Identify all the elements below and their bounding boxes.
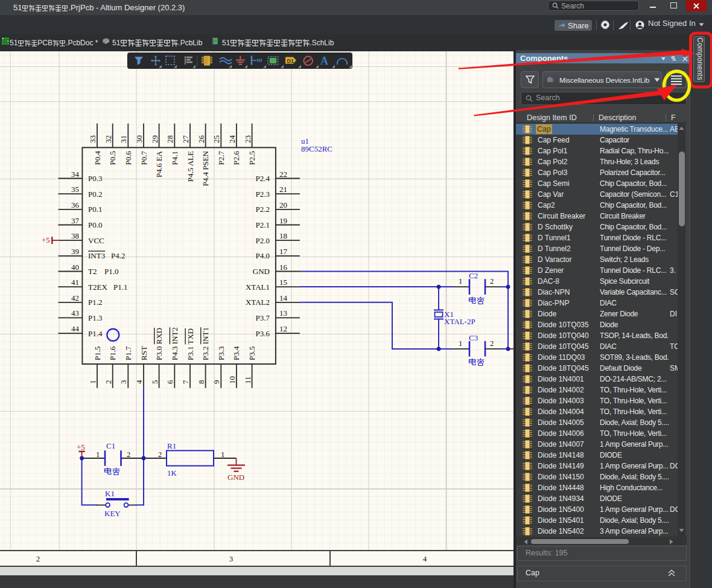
- svg-text:26: 26: [197, 135, 206, 144]
- svg-text:R1: R1: [167, 441, 176, 450]
- svg-text:P0.1: P0.1: [88, 205, 102, 214]
- svg-text:15: 15: [279, 278, 287, 287]
- svg-text:P1.4: P1.4: [88, 329, 103, 338]
- svg-text:44: 44: [71, 324, 80, 333]
- svg-text:P1.5: P1.5: [93, 347, 102, 360]
- svg-text:10: 10: [227, 376, 237, 384]
- svg-text:12: 12: [279, 324, 287, 333]
- svg-text:P0.7: P0.7: [139, 151, 148, 165]
- svg-text:P3.7: P3.7: [256, 313, 270, 322]
- svg-text:+5: +5: [77, 443, 85, 452]
- svg-text:D1: D1: [287, 58, 294, 64]
- svg-text:P2.5: P2.5: [247, 151, 256, 165]
- svg-text:T2: T2: [88, 267, 97, 276]
- svg-text:1: 1: [221, 450, 224, 459]
- svg-text:XTAL1: XTAL1: [246, 283, 270, 292]
- svg-text:C2: C2: [469, 271, 478, 280]
- svg-text:19: 19: [279, 216, 287, 225]
- svg-text:2: 2: [158, 450, 162, 459]
- svg-text:5: 5: [150, 380, 159, 385]
- svg-text:P4.6 EA: P4.6 EA: [154, 150, 164, 177]
- svg-text:1K: 1K: [167, 468, 177, 478]
- svg-text:24: 24: [227, 135, 237, 144]
- svg-text:P4.0: P4.0: [256, 251, 270, 260]
- svg-text:11: 11: [243, 376, 252, 384]
- svg-text:39: 39: [71, 247, 79, 256]
- svg-text:13: 13: [279, 308, 287, 318]
- svg-text:P0.5: P0.5: [108, 151, 117, 165]
- svg-text:P3.0 RXD: P3.0 RXD: [154, 328, 164, 360]
- svg-text:P3.5: P3.5: [247, 347, 256, 360]
- svg-text:P4.3 INT2: P4.3 INT2: [170, 327, 179, 360]
- svg-text:P0.6: P0.6: [124, 151, 133, 165]
- svg-text:20: 20: [279, 200, 287, 209]
- svg-text:22: 22: [279, 170, 287, 179]
- svg-text:XTAL2: XTAL2: [246, 298, 270, 307]
- svg-text:P4.1: P4.1: [170, 151, 179, 165]
- svg-text:31: 31: [119, 135, 128, 143]
- svg-text:42: 42: [71, 293, 79, 302]
- svg-text:P3.6: P3.6: [256, 329, 270, 338]
- svg-text:41: 41: [71, 278, 79, 287]
- svg-text:+5: +5: [42, 235, 50, 244]
- svg-text:P0.0: P0.0: [88, 220, 102, 229]
- svg-text:28: 28: [165, 135, 174, 143]
- svg-text:2: 2: [104, 380, 113, 385]
- svg-text:1: 1: [96, 450, 100, 459]
- svg-text:KEY: KEY: [104, 509, 121, 518]
- svg-text:VCC: VCC: [88, 236, 104, 245]
- svg-text:K1: K1: [105, 489, 115, 498]
- svg-text:23: 23: [243, 135, 252, 143]
- svg-text:2: 2: [490, 339, 494, 348]
- svg-text:GND: GND: [227, 473, 244, 482]
- svg-text:P4.2: P4.2: [111, 251, 125, 260]
- svg-text:P2.4: P2.4: [256, 174, 270, 183]
- svg-text:GND: GND: [253, 267, 270, 276]
- svg-text:P2.1: P2.1: [256, 220, 270, 229]
- svg-text:32: 32: [104, 135, 113, 143]
- svg-text:4: 4: [135, 380, 144, 384]
- svg-text:P1.0: P1.0: [104, 267, 118, 276]
- svg-text:2: 2: [127, 450, 130, 459]
- svg-text:1: 1: [459, 277, 462, 286]
- svg-text:14: 14: [279, 293, 288, 302]
- svg-text:40: 40: [71, 263, 79, 272]
- svg-text:P1.2: P1.2: [88, 298, 102, 307]
- svg-text:P4.5 ALE: P4.5 ALE: [186, 151, 195, 182]
- svg-text:P0.2: P0.2: [88, 190, 102, 199]
- svg-text:P2.3: P2.3: [256, 190, 270, 199]
- svg-text:P2.6: P2.6: [232, 151, 241, 165]
- svg-text:35: 35: [71, 185, 79, 194]
- svg-text:25: 25: [212, 135, 221, 143]
- svg-text:1: 1: [88, 380, 97, 385]
- svg-text:XTAL-2P: XTAL-2P: [444, 317, 475, 326]
- svg-text:27: 27: [181, 135, 190, 144]
- svg-text:P3.2 INT1: P3.2 INT1: [201, 327, 210, 360]
- svg-text:16: 16: [279, 263, 288, 272]
- svg-text:8: 8: [197, 380, 206, 385]
- svg-text:9: 9: [212, 380, 221, 385]
- svg-text:P3.1 TXD: P3.1 TXD: [186, 328, 195, 360]
- svg-text:17: 17: [279, 247, 288, 256]
- svg-text:18: 18: [279, 231, 287, 240]
- svg-text:33: 33: [88, 135, 97, 143]
- svg-text:P1.3: P1.3: [88, 313, 102, 322]
- svg-text:T2EX: T2EX: [88, 283, 107, 292]
- svg-text:37: 37: [71, 216, 80, 225]
- svg-text:36: 36: [71, 200, 80, 209]
- svg-text:P1.6: P1.6: [108, 346, 117, 360]
- svg-text:34: 34: [71, 170, 80, 179]
- svg-text:C3: C3: [469, 333, 478, 342]
- svg-text:29: 29: [150, 135, 159, 143]
- svg-text:P0.3: P0.3: [88, 174, 102, 183]
- svg-text:6: 6: [165, 380, 174, 384]
- svg-text:3: 3: [119, 380, 128, 385]
- svg-text:P2.0: P2.0: [256, 236, 270, 245]
- svg-text:89C52RC: 89C52RC: [301, 144, 332, 153]
- svg-text:P3.3: P3.3: [217, 347, 226, 360]
- svg-text:P1.7: P1.7: [124, 346, 133, 360]
- svg-text:A: A: [320, 55, 328, 67]
- svg-text:P2.2: P2.2: [256, 205, 270, 214]
- svg-text:C1: C1: [106, 441, 115, 450]
- svg-text:P4.4 PSEN: P4.4 PSEN: [201, 150, 210, 186]
